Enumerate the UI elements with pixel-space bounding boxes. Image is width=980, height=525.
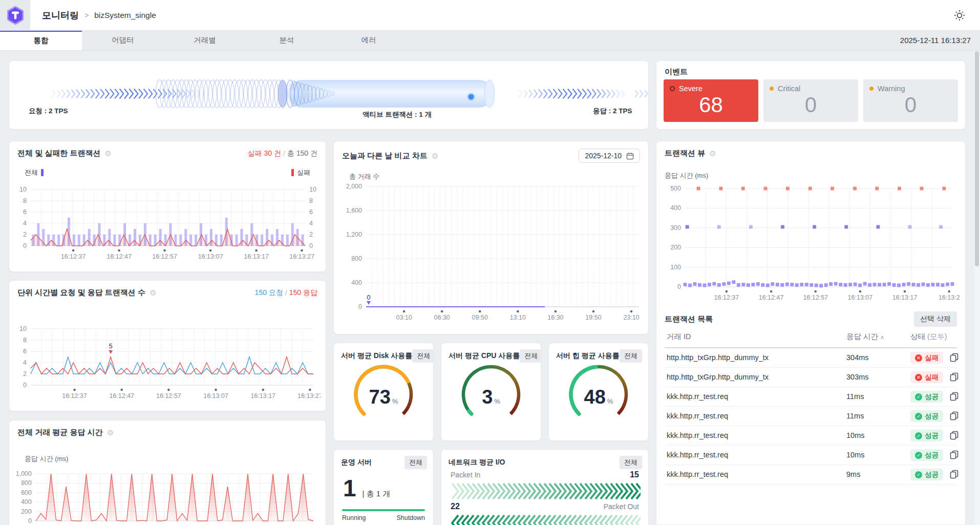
status-badge: ✓성공 [910, 430, 943, 442]
tx-id: http.http_txGrp.http_dummy_tx [667, 368, 769, 387]
event-card-warning[interactable]: Warning0 [863, 79, 958, 122]
packet-in-chevrons [450, 481, 641, 501]
tab-1[interactable]: 어댑터 [82, 30, 164, 50]
packet-out-value: 22 [451, 502, 460, 511]
servers-scope-badge[interactable]: 전체 [404, 456, 427, 469]
svg-text:6: 6 [309, 208, 313, 216]
total-failed-title: 전체 및 실패한 트랜잭션 [17, 149, 101, 158]
svg-text:0: 0 [23, 382, 27, 389]
copy-icon[interactable] [950, 392, 958, 403]
settings-gear-icon[interactable]: ⚙ [150, 289, 156, 297]
legend-total-label[interactable]: 전체 [25, 168, 38, 177]
svg-text:800: 800 [351, 255, 362, 262]
table-row[interactable]: http.http_txGrp.http_dummy_tx304ms✕실패 [665, 348, 957, 368]
gauge-card-1: 서버 평균 CPU 사용률전체3% [441, 343, 541, 441]
svg-text:0: 0 [677, 283, 681, 290]
breadcrumb-separator-icon: > [84, 11, 89, 19]
svg-text:0: 0 [28, 517, 32, 524]
gauge-title: 서버 힙 평균 사용률 [556, 351, 620, 361]
svg-text:1,000: 1,000 [16, 470, 32, 477]
fail-x-icon: ✕ [915, 374, 922, 381]
scrollbar-thumb[interactable] [975, 51, 979, 266]
svg-text:1,200: 1,200 [346, 231, 362, 238]
copy-icon[interactable] [950, 411, 958, 423]
gauge-scope-badge[interactable]: 전체 [520, 349, 541, 363]
copy-icon[interactable] [950, 353, 958, 364]
request-count-stat: 150 요청 [255, 288, 283, 298]
legend-fail-label[interactable]: 실패 [297, 168, 310, 177]
total-failed-chart: 0022446688101016:12:3716:12:4716:12:5716… [15, 184, 321, 269]
chart-legend: 전체 실패 [25, 168, 310, 177]
packet-out-chevrons [450, 513, 641, 525]
svg-text:8: 8 [23, 197, 27, 204]
event-card-severe[interactable]: Severe68 [664, 79, 758, 122]
table-row[interactable]: kkk.http.rr_test.req10ms✓성공 [665, 446, 957, 465]
server-status-bar [342, 509, 425, 511]
date-picker[interactable]: 2025-12-10 [579, 149, 640, 163]
tx-id: kkk.http.rr_test.req [667, 465, 728, 484]
delete-selected-button[interactable]: 선택 삭제 [914, 311, 957, 327]
svg-text:10: 10 [19, 325, 27, 332]
gauge-title: 서버 평균 CPU 사용률 [449, 351, 520, 361]
gauge-arc [343, 362, 424, 426]
svg-text:16:13:17: 16:13:17 [244, 253, 269, 260]
critical-status-icon [770, 87, 774, 91]
tab-3[interactable]: 분석 [246, 30, 328, 50]
success-check-icon: ✓ [915, 471, 922, 478]
column-status[interactable]: 상태 (모두) [910, 332, 947, 342]
packet-out-label: Packet Out [604, 502, 639, 511]
table-row[interactable]: kkk.http.rr_test.req10ms✓성공 [665, 426, 957, 446]
y-axis-label: 응답 시간 (ms) [665, 171, 708, 180]
status-badge: ✓성공 [910, 410, 943, 422]
svg-text:16:13:07: 16:13:07 [198, 253, 223, 260]
svg-text:16:12:47: 16:12:47 [106, 253, 132, 260]
column-response-time[interactable]: 응답 시간∧ [846, 332, 884, 342]
event-count: 68 [670, 94, 752, 117]
y-axis-label: 총 거래 수 [349, 172, 379, 181]
copy-icon[interactable] [950, 470, 958, 481]
success-check-icon: ✓ [915, 452, 922, 459]
tab-4[interactable]: 에러 [328, 30, 410, 50]
svg-text:10: 10 [19, 186, 27, 193]
table-row[interactable]: kkk.http.rr_test.req9ms✓성공 [665, 465, 957, 485]
settings-gear-icon[interactable]: ⚙ [709, 150, 716, 157]
request-tps-label: 요청 : 2 TPS [29, 107, 68, 116]
vertical-scrollbar[interactable] [974, 50, 980, 525]
copy-icon[interactable] [950, 372, 958, 384]
svg-text:4: 4 [309, 220, 313, 227]
network-scope-badge[interactable]: 전체 [620, 456, 642, 469]
transaction-flow-panel: 요청 : 2 TPS 액티브 트랜잭션 : 1 개 응답 : 2 TPS [9, 60, 649, 130]
theme-toggle-button[interactable] [952, 8, 967, 23]
unit-time-chart: 0246810516:12:3716:12:4716:12:5716:13:07… [15, 324, 321, 409]
settings-gear-icon[interactable]: ⚙ [107, 429, 114, 436]
tab-0[interactable]: 통합 [0, 30, 82, 50]
svg-text:16:12:57: 16:12:57 [156, 392, 181, 400]
table-row[interactable]: kkk.http.rr_test.req11ms✓성공 [665, 387, 957, 407]
svg-text:2: 2 [309, 231, 313, 238]
tab-2[interactable]: 거래별 [164, 30, 246, 50]
calendar-icon [626, 152, 634, 160]
copy-icon[interactable] [950, 431, 958, 442]
table-row[interactable]: kkk.http.rr_test.req11ms✓성공 [665, 407, 957, 426]
table-header: 거래 ID 응답 시간∧ 상태 (모두) [665, 332, 957, 345]
svg-text:16:12:37: 16:12:37 [61, 253, 86, 260]
event-card-critical[interactable]: Critical0 [763, 79, 858, 122]
warning-status-icon [869, 87, 874, 91]
copy-icon[interactable] [950, 450, 958, 461]
app-logo[interactable] [0, 0, 30, 30]
settings-gear-icon[interactable]: ⚙ [432, 152, 438, 160]
svg-text:2: 2 [23, 370, 27, 377]
table-row[interactable]: http.http_txGrp.http_dummy_tx303ms✕실패 [665, 368, 957, 387]
breadcrumb-root[interactable]: 모니터링 [42, 9, 79, 22]
svg-text:16:12:57: 16:12:57 [152, 253, 177, 260]
server-count: 1 [343, 476, 356, 500]
svg-text:16:13:27: 16:13:27 [297, 392, 321, 400]
response-tps-label: 응답 : 2 TPS [593, 107, 632, 116]
gauge-scope-badge[interactable]: 전체 [412, 349, 434, 363]
tx-view-title: 트랜잭션 뷰 [665, 149, 705, 158]
current-timestamp: 2025-12-11 16:13:27 [900, 30, 971, 50]
settings-gear-icon[interactable]: ⚙ [105, 150, 112, 157]
tx-response-time: 304ms [846, 348, 869, 367]
gauge-scope-badge[interactable]: 전체 [620, 349, 642, 363]
status-badge: ✕실패 [910, 352, 943, 364]
